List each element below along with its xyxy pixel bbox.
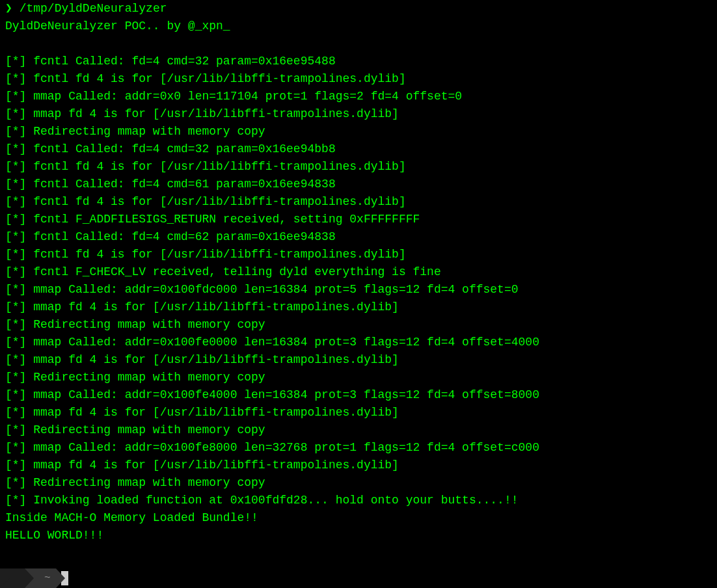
status-home-path: ~ xyxy=(44,570,51,586)
output-line: HELLO WORLD!!! xyxy=(5,527,712,544)
prompt-command: /tmp/DyldDeNeuralyzer xyxy=(12,0,167,18)
output-line: [*] mmap fd 4 is for [/usr/lib/libffi-tr… xyxy=(5,404,712,421)
output-line: [*] fcntl Called: fd=4 cmd=32 param=0x16… xyxy=(5,140,712,158)
status-rest xyxy=(56,568,717,588)
output-line: [*] Redirecting mmap with memory copy xyxy=(5,369,712,386)
output-line: [*] mmap Called: addr=0x100fe8000 len=32… xyxy=(5,439,712,457)
output-line: [*] mmap fd 4 is for [/usr/lib/libffi-tr… xyxy=(5,105,712,123)
output-line: [*] Invoking loaded function at 0x100fdf… xyxy=(5,492,712,509)
status-segment-apple[interactable] xyxy=(0,568,25,588)
output-line: [*] fcntl fd 4 is for [/usr/lib/libffi-t… xyxy=(5,70,712,88)
status-bar: ~ xyxy=(0,568,717,588)
output-line: DyldDeNeuralyzer POC.. by @_xpn_ xyxy=(5,18,712,35)
output-lines: DyldDeNeuralyzer POC.. by @_xpn_ [*] fcn… xyxy=(5,18,712,544)
output-line: [*] fcntl F_ADDFILESIGS_RETURN received,… xyxy=(5,211,712,228)
output-line: [*] mmap fd 4 is for [/usr/lib/libffi-tr… xyxy=(5,351,712,369)
prompt-line: ❯ /tmp/DyldDeNeuralyzer xyxy=(5,0,712,18)
output-line: [*] Redirecting mmap with memory copy xyxy=(5,316,712,334)
output-line: [*] mmap fd 4 is for [/usr/lib/libffi-tr… xyxy=(5,457,712,474)
output-line: Inside MACH-O Memory Loaded Bundle!! xyxy=(5,509,712,527)
output-line: [*] Redirecting mmap with memory copy xyxy=(5,123,712,140)
output-line: [*] fcntl Called: fd=4 cmd=32 param=0x16… xyxy=(5,53,712,70)
output-line xyxy=(5,35,712,53)
output-line: [*] mmap Called: addr=0x100fe0000 len=16… xyxy=(5,334,712,351)
prompt-symbol: ❯ xyxy=(5,0,12,18)
output-line: [*] mmap Called: addr=0x100fdc000 len=16… xyxy=(5,281,712,299)
output-line: [*] mmap fd 4 is for [/usr/lib/libffi-tr… xyxy=(5,299,712,316)
output-line: [*] fcntl Called: fd=4 cmd=62 param=0x16… xyxy=(5,228,712,246)
output-line: [*] fcntl F_CHECK_LV received, telling d… xyxy=(5,263,712,281)
output-line: [*] fcntl fd 4 is for [/usr/lib/libffi-t… xyxy=(5,246,712,263)
output-line: [*] fcntl Called: fd=4 cmd=61 param=0x16… xyxy=(5,176,712,193)
output-line: [*] Redirecting mmap with memory copy xyxy=(5,421,712,439)
output-line: [*] mmap Called: addr=0x100fe4000 len=16… xyxy=(5,386,712,404)
output-line: [*] fcntl fd 4 is for [/usr/lib/libffi-t… xyxy=(5,193,712,211)
output-line: [*] Redirecting mmap with memory copy xyxy=(5,474,712,492)
output-line: [*] fcntl fd 4 is for [/usr/lib/libffi-t… xyxy=(5,158,712,176)
output-line: [*] mmap Called: addr=0x0 len=117104 pro… xyxy=(5,88,712,105)
terminal-output[interactable]: ❯ /tmp/DyldDeNeuralyzer DyldDeNeuralyzer… xyxy=(0,0,717,544)
